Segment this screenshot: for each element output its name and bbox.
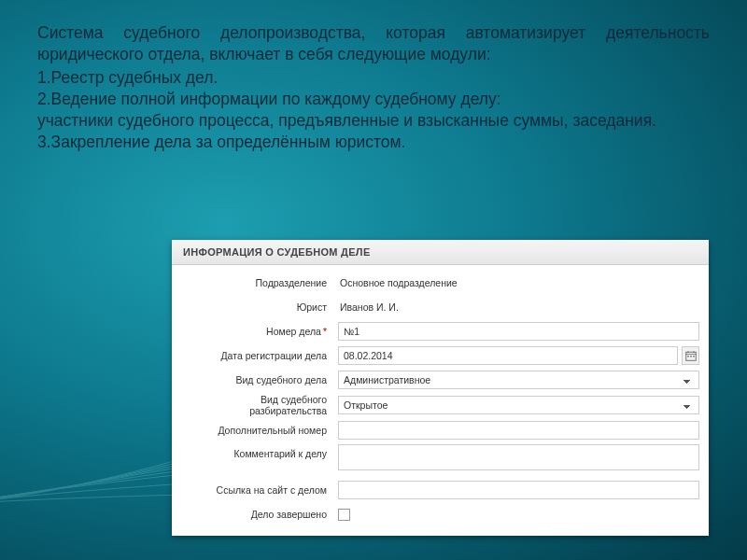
input-case-number[interactable]: [338, 322, 699, 341]
label-proc-type: Вид судебного разбирательства: [181, 394, 338, 416]
input-extra-number[interactable]: [338, 421, 699, 440]
label-case-number: Номер дела*: [181, 326, 338, 337]
input-reg-date[interactable]: [338, 346, 678, 365]
intro-text: Система судебного делопроизводства, кото…: [37, 22, 710, 154]
svg-rect-6: [693, 356, 695, 357]
label-closed: Дело завершено: [181, 509, 338, 520]
intro-list-item-2b: участники судебного процесса, предъявлен…: [37, 110, 710, 132]
case-form: ИНФОРМАЦИЯ О СУДЕБНОМ ДЕЛЕ Подразделение…: [172, 240, 709, 536]
svg-rect-4: [687, 356, 689, 357]
calendar-icon[interactable]: [682, 346, 699, 365]
label-case-type: Вид судебного дела: [181, 374, 338, 385]
label-division: Подразделение: [181, 277, 338, 288]
checkbox-case-closed[interactable]: [338, 509, 350, 521]
label-extra-number: Дополнительный номер: [181, 425, 338, 436]
label-reg-date: Дата регистрации дела: [181, 350, 338, 361]
svg-rect-5: [690, 356, 692, 357]
input-link[interactable]: [338, 481, 699, 499]
label-lawyer: Юрист: [181, 301, 338, 313]
intro-list-item-1: 1.Реестр судебных дел.: [37, 67, 710, 89]
value-division: Основное подразделение: [338, 277, 699, 288]
value-lawyer: Иванов И. И.: [338, 301, 699, 313]
intro-paragraph: Система судебного делопроизводства, кото…: [37, 22, 710, 65]
label-comment: Комментарий к делу: [181, 444, 338, 459]
textarea-comment[interactable]: [338, 444, 699, 470]
label-link: Ссылка на сайт с делом: [181, 484, 338, 496]
intro-list-item-2: 2.Ведение полной информации по каждому с…: [37, 89, 710, 110]
form-header: ИНФОРМАЦИЯ О СУДЕБНОМ ДЕЛЕ: [172, 240, 709, 265]
intro-list-item-3: 3.Закрепление дела за определённым юрист…: [37, 132, 710, 153]
select-proc-type[interactable]: Открытое: [338, 396, 699, 414]
select-case-type[interactable]: Административное: [338, 371, 699, 389]
